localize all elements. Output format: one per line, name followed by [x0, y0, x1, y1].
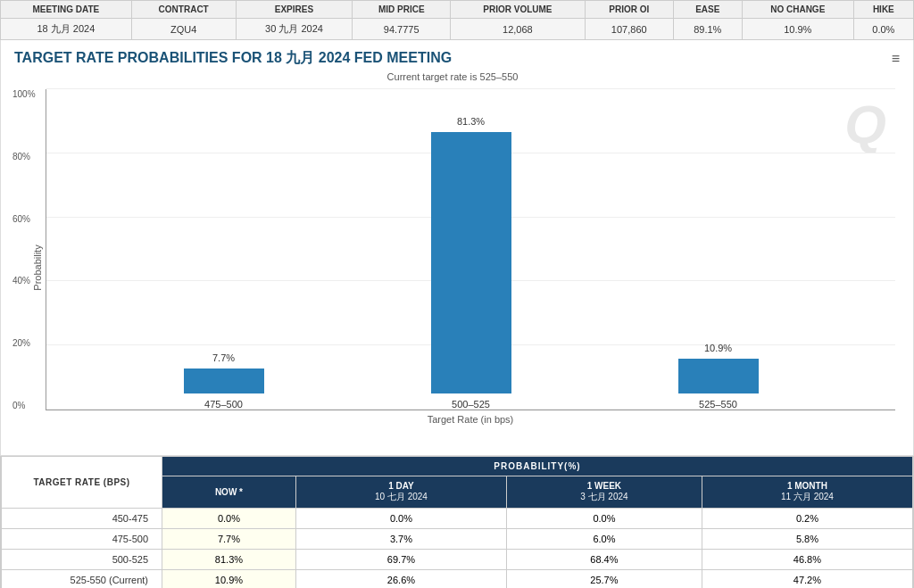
- prob-label-1: 475-500: [2, 529, 162, 550]
- bottom-section: TARGET RATE (BPS) PROBABILITY(%) NOW *1 …: [0, 456, 914, 588]
- bar-bottom-label-2: 525–550: [699, 399, 737, 410]
- menu-icon[interactable]: ≡: [892, 51, 900, 67]
- header-col-6: EASE: [673, 1, 742, 19]
- prob-val-0-2: 0.0%: [507, 509, 702, 529]
- probability-table: TARGET RATE (BPS) PROBABILITY(%) NOW *1 …: [1, 456, 913, 588]
- chart-section: TARGET RATE PROBABILITIES FOR 18 九月 2024…: [0, 40, 914, 456]
- prob-val-3-0: 10.9%: [162, 570, 296, 589]
- y-label: 100%: [12, 89, 36, 99]
- y-label: 0%: [12, 401, 36, 410]
- chart-title: TARGET RATE PROBABILITIES FOR 18 九月 2024…: [10, 49, 895, 68]
- y-label: 20%: [12, 338, 36, 348]
- prob-label-3: 525-550 (Current): [2, 570, 162, 589]
- bar-2: 10.9%: [678, 359, 759, 393]
- x-axis-title: Target Rate (in bps): [46, 414, 895, 425]
- header-val-4: 12,068: [451, 19, 586, 40]
- prob-val-2-2: 68.4%: [507, 550, 702, 570]
- prob-val-1-3: 5.8%: [702, 529, 912, 550]
- y-label: 60%: [12, 214, 36, 224]
- prob-row-3: 525-550 (Current)10.9%26.6%25.7%47.2%: [2, 570, 913, 589]
- prob-val-3-3: 47.2%: [702, 570, 912, 589]
- bar-top-label-1: 81.3%: [457, 116, 485, 127]
- header-val-3: 94.7775: [353, 19, 451, 40]
- prob-val-1-1: 3.7%: [295, 529, 506, 550]
- prob-col-header-1week: 1 WEEK3 七月 2024: [507, 476, 702, 509]
- prob-val-1-2: 6.0%: [507, 529, 702, 550]
- header-val-7: 10.9%: [742, 19, 853, 40]
- header-col-4: PRIOR VOLUME: [451, 1, 586, 19]
- chart-area: 0%20%40%60%80%100% 7.7%475–50081.3%500–5…: [46, 89, 895, 410]
- gridline-100: [46, 88, 895, 89]
- prob-val-2-0: 81.3%: [162, 550, 296, 570]
- header-val-8: 0.0%: [853, 19, 913, 40]
- header-col-2: EXPIRES: [236, 1, 353, 19]
- bar-group-1: 81.3%500–525: [431, 132, 511, 410]
- prob-val-3-2: 25.7%: [507, 570, 702, 589]
- bar-group-0: 7.7%475–500: [184, 369, 264, 410]
- bar-top-label-2: 10.9%: [704, 343, 732, 353]
- prob-val-1-0: 7.7%: [162, 529, 296, 550]
- chart-subtitle: Current target rate is 525–550: [10, 71, 895, 82]
- chart-container: Probability 0%20%40%60%80%100% 7.7%475–5…: [46, 89, 895, 446]
- prob-val-3-1: 26.6%: [295, 570, 506, 589]
- prob-col-header-1day: 1 DAY10 七月 2024: [295, 476, 506, 509]
- probability-header: PROBABILITY(%): [162, 457, 913, 476]
- prob-val-0-0: 0.0%: [162, 509, 296, 529]
- bar-0: 7.7%: [184, 369, 264, 393]
- y-label: 80%: [12, 152, 36, 161]
- prob-val-2-3: 46.8%: [702, 550, 912, 570]
- prob-col-header-now: NOW *: [162, 476, 296, 509]
- header-val-0: 18 九月 2024: [1, 19, 132, 40]
- header-val-6: 89.1%: [673, 19, 742, 40]
- prob-row-1: 475-5007.7%3.7%6.0%5.8%: [2, 529, 913, 550]
- target-rate-header: TARGET RATE (BPS): [2, 457, 162, 509]
- y-label: 40%: [12, 276, 36, 286]
- header-col-7: NO CHANGE: [742, 1, 853, 19]
- header-val-5: 107,860: [585, 19, 673, 40]
- prob-val-2-1: 69.7%: [295, 550, 506, 570]
- header-col-1: CONTRACT: [131, 1, 236, 19]
- header-col-5: PRIOR OI: [585, 1, 673, 19]
- prob-col-header-1month: 1 MONTH11 六月 2024: [702, 476, 912, 509]
- header-table: MEETING DATECONTRACTEXPIRESMID PRICEPRIO…: [0, 0, 914, 40]
- prob-val-0-1: 0.0%: [295, 509, 506, 529]
- header-val-1: ZQU4: [131, 19, 236, 40]
- prob-row-2: 500-52581.3%69.7%68.4%46.8%: [2, 550, 913, 570]
- bar-bottom-label-1: 500–525: [452, 399, 490, 410]
- y-axis-labels: 0%20%40%60%80%100%: [12, 89, 36, 410]
- prob-label-2: 500-525: [2, 550, 162, 570]
- bar-1: 81.3%: [431, 132, 511, 393]
- header-col-8: HIKE: [853, 1, 913, 19]
- bar-top-label-0: 7.7%: [212, 352, 235, 363]
- prob-row-0: 450-4750.0%0.0%0.0%0.2%: [2, 509, 913, 529]
- prob-label-0: 450-475: [2, 509, 162, 529]
- header-col-3: MID PRICE: [353, 1, 451, 19]
- header-col-0: MEETING DATE: [1, 1, 132, 19]
- bar-group-2: 10.9%525–550: [678, 359, 759, 410]
- prob-val-0-3: 0.2%: [702, 509, 912, 529]
- bar-bottom-label-0: 475–500: [204, 399, 243, 410]
- header-val-2: 30 九月 2024: [236, 19, 353, 40]
